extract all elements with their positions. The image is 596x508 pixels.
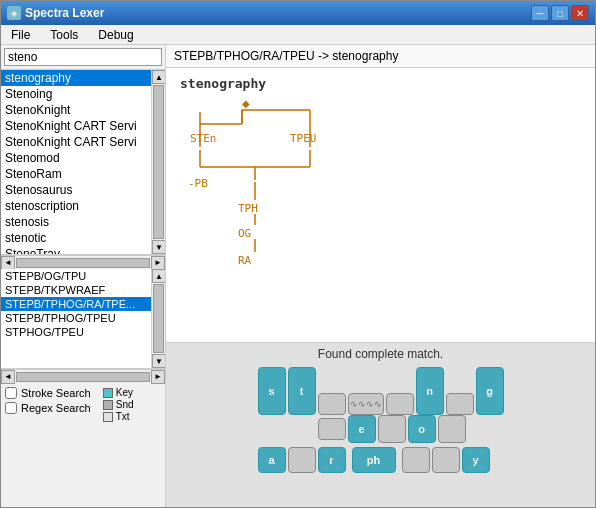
main-window: ◈ Spectra Lexer ─ □ ✕ File Tools Debug s… bbox=[0, 0, 596, 508]
key-R-mid bbox=[438, 415, 466, 443]
key-bottom-6 bbox=[402, 447, 430, 473]
window-title: Spectra Lexer bbox=[25, 6, 104, 20]
stroke-item[interactable]: STEPB/TPHOG/TPEU bbox=[1, 311, 151, 325]
snd-legend: Snd bbox=[103, 399, 134, 410]
regex-search-checkbox[interactable] bbox=[5, 402, 17, 414]
list-item[interactable]: stenosis bbox=[1, 214, 151, 230]
key-PH: ph bbox=[352, 447, 396, 473]
stroke-hscroll-left[interactable]: ◄ bbox=[1, 370, 15, 384]
right-panel: STEPB/TPHOG/RA/TPEU -> stenography steno… bbox=[166, 45, 595, 507]
search-input[interactable] bbox=[4, 48, 162, 66]
stroke-hscroll-right[interactable]: ► bbox=[151, 370, 165, 384]
hscroll-left-button[interactable]: ◄ bbox=[1, 256, 15, 270]
keyboard-area: Found complete match. s t bbox=[166, 342, 595, 507]
key-P-wrap bbox=[318, 393, 346, 415]
snd-color bbox=[103, 400, 113, 410]
controls-row: Stroke Search Regex Search Key bbox=[5, 387, 161, 422]
snd-label: Snd bbox=[116, 399, 134, 410]
keyboard-top-row: s t ∿∿∿∿ bbox=[258, 367, 504, 415]
svg-text:TPEU: TPEU bbox=[290, 132, 317, 145]
stroke-hscroll-thumb[interactable] bbox=[16, 372, 150, 382]
stroke-item[interactable]: STEPB/TKPWRAEF bbox=[1, 283, 151, 297]
strokes-list[interactable]: STEPB/OG/TPU STEPB/TKPWRAEF STEPB/TPHOG/… bbox=[1, 269, 165, 368]
keyboard-mid-row: e o bbox=[258, 415, 504, 443]
svg-text:stenography: stenography bbox=[180, 76, 266, 91]
key-T: t bbox=[288, 367, 316, 415]
svg-text:-PB: -PB bbox=[188, 177, 208, 190]
list-item[interactable]: StenoKnight CART Servi bbox=[1, 118, 151, 134]
stroke-result-text: STEPB/TPHOG/RA/TPEU -> stenography bbox=[174, 49, 398, 63]
word-list-scrollbar[interactable]: ▲ ▼ bbox=[151, 70, 165, 254]
key-bottom-2 bbox=[288, 447, 316, 473]
scroll-down-button[interactable]: ▼ bbox=[152, 240, 165, 254]
app-icon: ◈ bbox=[7, 6, 21, 20]
debug-menu[interactable]: Debug bbox=[92, 27, 139, 43]
stroke-scroll-thumb[interactable] bbox=[153, 284, 164, 353]
key-legend: Key bbox=[103, 387, 134, 398]
key-S-wrap: s bbox=[258, 367, 286, 415]
list-item[interactable]: stenography bbox=[1, 70, 151, 86]
main-area: stenography Stenoing StenoKnight StenoKn… bbox=[1, 45, 595, 507]
window-controls: ─ □ ✕ bbox=[531, 5, 589, 21]
regex-search-label: Regex Search bbox=[21, 402, 91, 414]
strokes-list-hscroll[interactable]: ◄ ► bbox=[1, 369, 165, 383]
star-area: ∿∿∿∿ bbox=[348, 393, 384, 415]
key-color bbox=[103, 388, 113, 398]
list-item[interactable]: StenoTray bbox=[1, 246, 151, 254]
key-bottom-7 bbox=[432, 447, 460, 473]
stroke-item[interactable]: STEPB/TPHOG/RA/TPE... bbox=[1, 297, 151, 311]
minimize-button[interactable]: ─ bbox=[531, 5, 549, 21]
hscroll-right-button[interactable]: ► bbox=[151, 256, 165, 270]
close-button[interactable]: ✕ bbox=[571, 5, 589, 21]
steno-keyboard: s t ∿∿∿∿ bbox=[258, 367, 504, 473]
word-list-container: stenography Stenoing StenoKnight StenoKn… bbox=[1, 70, 165, 255]
maximize-button[interactable]: □ bbox=[551, 5, 569, 21]
svg-text:OG: OG bbox=[238, 227, 251, 240]
key-T-wrap: t bbox=[288, 367, 316, 415]
key-N-wrap: n bbox=[416, 367, 444, 415]
result-header: STEPB/TPHOG/RA/TPEU -> stenography bbox=[166, 45, 595, 68]
menu-bar: File Tools Debug bbox=[1, 25, 595, 45]
list-item[interactable]: StenoRam bbox=[1, 166, 151, 182]
title-bar: ◈ Spectra Lexer ─ □ ✕ bbox=[1, 1, 595, 25]
svg-text:TPH: TPH bbox=[238, 202, 258, 215]
hscroll-thumb[interactable] bbox=[16, 258, 150, 268]
legend-panel: Key Snd Txt bbox=[103, 387, 134, 422]
key-F bbox=[386, 393, 414, 415]
word-list[interactable]: stenography Stenoing StenoKnight StenoKn… bbox=[1, 70, 165, 254]
stroke-scroll-up[interactable]: ▲ bbox=[152, 269, 165, 283]
list-item[interactable]: StenoKnight CART Servi bbox=[1, 134, 151, 150]
key-F-wrap bbox=[386, 393, 414, 415]
word-list-hscroll[interactable]: ◄ ► bbox=[1, 255, 165, 269]
key-B bbox=[446, 393, 474, 415]
stroke-scroll-down[interactable]: ▼ bbox=[152, 354, 165, 368]
list-item[interactable]: Stenomod bbox=[1, 150, 151, 166]
stroke-search-checkbox[interactable] bbox=[5, 387, 17, 399]
list-item[interactable]: stenotic bbox=[1, 230, 151, 246]
scroll-thumb[interactable] bbox=[153, 85, 164, 239]
bottom-controls: Stroke Search Regex Search Key bbox=[1, 383, 165, 426]
key-U bbox=[378, 415, 406, 443]
stroke-item[interactable]: STEPB/OG/TPU bbox=[1, 269, 151, 283]
list-item[interactable]: Stenoing bbox=[1, 86, 151, 102]
key-N-right: n bbox=[416, 367, 444, 415]
key-K bbox=[318, 418, 346, 440]
tools-menu[interactable]: Tools bbox=[44, 27, 84, 43]
search-box bbox=[1, 45, 165, 70]
strokes-list-scrollbar[interactable]: ▲ ▼ bbox=[151, 269, 165, 368]
key-E: e bbox=[348, 415, 376, 443]
list-item[interactable]: StenoKnight bbox=[1, 102, 151, 118]
svg-text:◆: ◆ bbox=[242, 98, 250, 109]
txt-label: Txt bbox=[116, 411, 130, 422]
file-menu[interactable]: File bbox=[5, 27, 36, 43]
key-P bbox=[318, 393, 346, 415]
key-R: r bbox=[318, 447, 346, 473]
txt-color bbox=[103, 412, 113, 422]
key-A: a bbox=[258, 447, 286, 473]
txt-legend: Txt bbox=[103, 411, 134, 422]
stroke-search-row: Stroke Search bbox=[5, 387, 91, 399]
list-item[interactable]: stenoscription bbox=[1, 198, 151, 214]
list-item[interactable]: Stenosaurus bbox=[1, 182, 151, 198]
scroll-up-button[interactable]: ▲ bbox=[152, 70, 165, 84]
stroke-item[interactable]: STPHOG/TPEU bbox=[1, 325, 151, 339]
